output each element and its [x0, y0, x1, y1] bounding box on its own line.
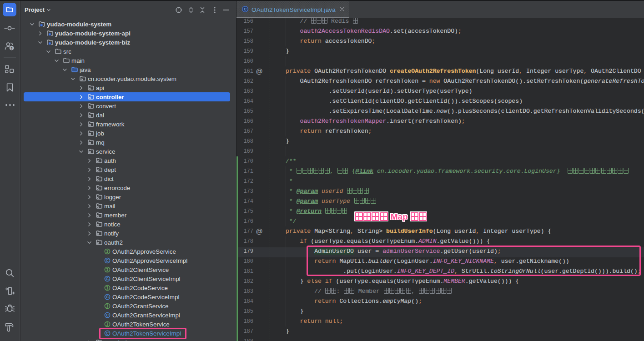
- svg-text:C: C: [244, 7, 247, 11]
